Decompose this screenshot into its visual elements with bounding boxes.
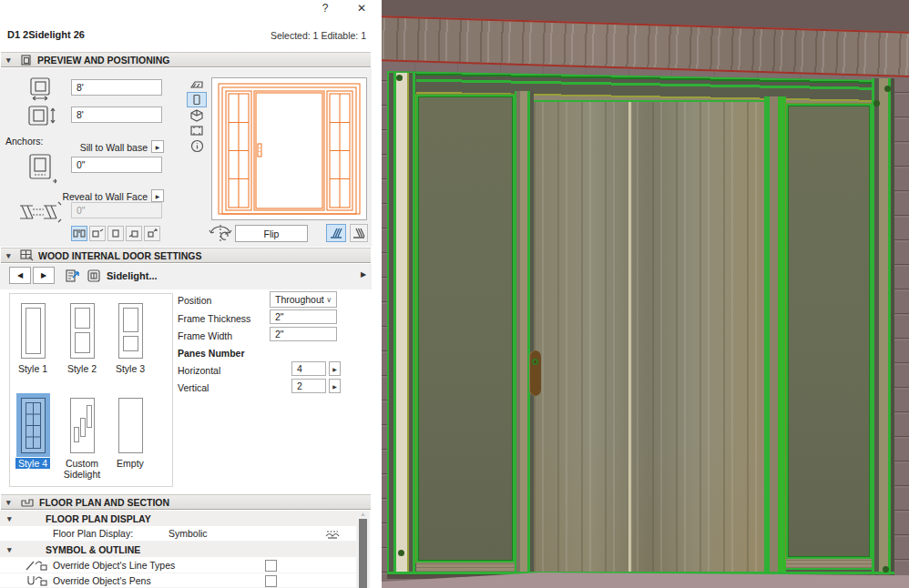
style-2-thumbnail[interactable] — [70, 303, 95, 359]
floor-plan-display-group-header[interactable]: ▾ FLOOR PLAN DISPLAY — [0, 511, 356, 526]
style-4-thumbnail[interactable] — [21, 398, 46, 453]
settings-scrollbar[interactable]: ▲ — [356, 511, 370, 588]
section-header-door-settings[interactable]: ▾ WOOD INTERNAL DOOR SETTINGS — [1, 248, 371, 263]
style-1-label[interactable]: Style 1 — [8, 364, 57, 375]
preview-info-button[interactable] — [187, 138, 207, 154]
horizontal-panes-flyout-button[interactable]: ▶ — [329, 361, 341, 376]
vertical-panes-field[interactable]: 2 — [291, 379, 326, 393]
vertical-panes-label: Vertical — [178, 382, 209, 393]
anchor-option-swap-button[interactable] — [144, 226, 160, 241]
door-settings-section-icon — [20, 249, 34, 261]
selection-handle[interactable] — [884, 86, 891, 92]
preview-mode-3d-button[interactable] — [187, 107, 207, 123]
close-button[interactable]: ✕ — [353, 1, 370, 15]
override-pens-checkbox[interactable] — [265, 575, 277, 587]
door-handle[interactable] — [529, 350, 541, 396]
right-sidelight-sill — [786, 559, 872, 570]
override-pens-row[interactable]: Override Object's Pens — [0, 573, 356, 588]
style-2-label[interactable]: Style 2 — [57, 364, 107, 375]
left-sidelight-glass[interactable] — [416, 95, 515, 563]
custom-sidelight-thumbnail[interactable] — [70, 398, 95, 453]
frame-thickness-field[interactable]: 2" — [270, 309, 337, 324]
door-width-field[interactable]: 8' — [71, 79, 162, 96]
sill-to-wall-base-field[interactable]: 0" — [71, 157, 162, 173]
vertical-panes-flyout-button[interactable]: ▶ — [329, 379, 341, 393]
selection-handle[interactable] — [396, 75, 403, 81]
previous-component-button[interactable]: ◀ — [9, 267, 31, 284]
selection-handle[interactable] — [873, 100, 880, 106]
swing-direction-left-button[interactable] — [326, 224, 346, 242]
override-pens-label: Override Object's Pens — [53, 575, 151, 586]
swing-direction-right-button[interactable] — [350, 224, 368, 242]
anchor-option-center-button[interactable] — [71, 226, 87, 241]
floor-plan-display-row[interactable]: Floor Plan Display: Symbolic — [0, 526, 356, 542]
preview-section-icon — [20, 55, 33, 66]
empty-label[interactable]: Empty — [106, 459, 155, 470]
anchor-option-left-button[interactable] — [89, 226, 106, 241]
sill-anchor-label: Sill to Wall base — [53, 142, 148, 153]
line-type-icon — [25, 559, 48, 572]
horizontal-panes-label: Horizontal — [178, 365, 220, 376]
collapse-icon[interactable]: ▾ — [7, 514, 16, 523]
door-height-field[interactable]: 8' — [71, 106, 162, 123]
selected-door-unit[interactable] — [387, 69, 894, 579]
dialog-title: D1 2Sidelight 26 — [7, 29, 85, 40]
symbol-outline-group-header[interactable]: ▾ SYMBOL & OUTLINE — [0, 542, 356, 557]
scrollbar-thumb[interactable] — [359, 519, 367, 588]
display-options-icon[interactable] — [324, 528, 341, 540]
selection-status: Selected: 1 Editable: 1 — [271, 30, 366, 41]
component-name[interactable]: Sidelight... — [107, 270, 158, 281]
door-elevation-drawing — [212, 78, 366, 219]
transfer-settings-button[interactable] — [62, 267, 82, 285]
reveal-anchor-icon — [16, 200, 64, 224]
back-icon: ◀ — [17, 271, 23, 279]
frame-width-field[interactable]: 2" — [270, 327, 337, 341]
selection-handle[interactable] — [883, 566, 889, 573]
style-3-label[interactable]: Style 3 — [106, 364, 155, 375]
door-preview-panel[interactable] — [211, 77, 367, 220]
style-4-label[interactable]: Style 4 — [8, 459, 57, 470]
floor-plan-display-label: Floor Plan Display: — [53, 528, 133, 539]
right-jamb — [872, 78, 894, 575]
position-label: Position — [178, 295, 211, 306]
anchor-option-right-button[interactable] — [126, 226, 142, 241]
collapse-icon[interactable]: ▾ — [7, 545, 16, 554]
right-sidelight-glass[interactable] — [786, 104, 872, 559]
collapse-icon[interactable]: ▾ — [6, 498, 15, 507]
preview-mode-section-button[interactable] — [187, 123, 207, 138]
viewport-3d[interactable] — [382, 0, 909, 588]
sill-anchor-flyout-button[interactable]: ▶ — [151, 140, 164, 153]
style-3-thumbnail[interactable] — [118, 303, 143, 359]
selection-handle[interactable] — [398, 550, 404, 556]
scroll-up-icon[interactable]: ▲ — [356, 511, 370, 517]
section-header-floor-plan[interactable]: ▾ FLOOR PLAN AND SECTION — [1, 494, 371, 510]
position-dropdown[interactable]: Throughout ∨ — [270, 291, 337, 308]
collapse-icon[interactable]: ▾ — [6, 56, 15, 65]
flip-button[interactable]: Flip — [235, 225, 308, 242]
override-line-types-row[interactable]: Override Object's Line Types — [0, 558, 356, 573]
horizontal-panes-field[interactable]: 4 — [291, 361, 326, 376]
sill-anchor-icon — [26, 153, 62, 186]
panes-number-header: Panes Number — [178, 348, 245, 359]
anchor-option-mid-button[interactable] — [107, 226, 124, 241]
floor-plan-display-value[interactable]: Symbolic — [169, 528, 208, 539]
door-handle-ring — [532, 359, 538, 365]
custom-sidelight-label[interactable]: Custom Sidelight — [57, 459, 107, 480]
reveal-anchor-flyout-button[interactable]: ▶ — [151, 189, 164, 202]
door-width-icon — [26, 76, 62, 102]
style-1-thumbnail[interactable] — [21, 303, 46, 359]
forward-icon: ▶ — [41, 271, 46, 279]
preview-mode-elevation-button[interactable] — [187, 92, 207, 107]
empty-thumbnail[interactable] — [118, 398, 143, 453]
help-button[interactable]: ? — [317, 1, 333, 15]
component-more-arrow[interactable]: ▶ — [361, 270, 366, 279]
section-header-preview[interactable]: ▾ PREVIEW AND POSITIONING — [1, 52, 371, 67]
collapse-icon[interactable]: ▾ — [6, 251, 15, 260]
door-height-icon — [26, 104, 62, 129]
door-leaf[interactable] — [534, 100, 764, 577]
right-mullion — [764, 96, 786, 577]
preview-mode-plan-button[interactable] — [187, 76, 207, 92]
component-nav-row — [0, 264, 372, 289]
next-component-button[interactable]: ▶ — [33, 267, 55, 284]
override-line-types-checkbox[interactable] — [265, 560, 277, 572]
